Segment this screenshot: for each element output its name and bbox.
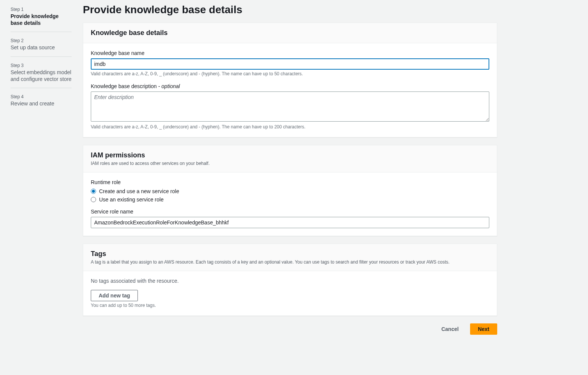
kb-desc-optional: - optional — [157, 83, 180, 89]
next-button[interactable]: Next — [470, 323, 497, 335]
tags-panel: Tags A tag is a label that you assign to… — [83, 244, 497, 316]
panel-title: Tags — [91, 250, 489, 258]
service-role-name-input[interactable] — [91, 217, 489, 228]
step-number: Step 2 — [11, 38, 72, 43]
step-1[interactable]: Step 1 Provide knowledge base details — [11, 4, 72, 32]
kb-name-input[interactable] — [91, 58, 489, 70]
panel-header: Knowledge base details — [83, 23, 497, 43]
wizard-sidebar: Step 1 Provide knowledge base details St… — [0, 4, 72, 335]
panel-body: Runtime role Create and use a new servic… — [83, 172, 497, 236]
radio-new-role-label: Create and use a new service role — [99, 188, 179, 194]
radio-selected-icon — [91, 189, 96, 194]
knowledge-base-details-panel: Knowledge base details Knowledge base na… — [83, 23, 497, 137]
main-content: Provide knowledge base details Knowledge… — [83, 4, 497, 335]
panel-subtitle: IAM roles are used to access other servi… — [91, 161, 489, 166]
panel-body: No tags associated with the resource. Ad… — [83, 271, 497, 316]
step-title: Set up data source — [11, 44, 72, 51]
kb-desc-label-text: Knowledge base description — [91, 83, 157, 89]
step-number: Step 1 — [11, 7, 72, 12]
radio-new-role[interactable]: Create and use a new service role — [91, 188, 489, 194]
radio-existing-role[interactable]: Use an existing service role — [91, 197, 489, 203]
panel-title: Knowledge base details — [91, 29, 489, 37]
service-role-name-field: Service role name — [91, 209, 489, 228]
kb-desc-field: Knowledge base description - optional Va… — [91, 83, 489, 130]
runtime-role-label: Runtime role — [91, 179, 489, 185]
kb-name-field: Knowledge base name Valid characters are… — [91, 50, 489, 76]
kb-name-hint: Valid characters are a-z, A-Z, 0-9, _ (u… — [91, 71, 489, 76]
step-title: Review and create — [11, 100, 72, 107]
step-title: Provide knowledge base details — [11, 13, 72, 26]
step-3[interactable]: Step 3 Select embeddings model and confi… — [11, 60, 72, 88]
add-new-tag-button[interactable]: Add new tag — [91, 290, 138, 301]
no-tags-message: No tags associated with the resource. — [91, 278, 489, 284]
radio-unselected-icon — [91, 197, 96, 202]
step-title: Select embeddings model and configure ve… — [11, 69, 72, 82]
page-title: Provide knowledge base details — [83, 4, 497, 16]
kb-desc-hint: Valid characters are a-z, A-Z, 0-9, _ (u… — [91, 124, 489, 130]
radio-existing-role-label: Use an existing service role — [99, 197, 163, 203]
footer-actions: Cancel Next — [83, 323, 497, 335]
service-role-name-label: Service role name — [91, 209, 489, 215]
panel-header: IAM permissions IAM roles are used to ac… — [83, 145, 497, 172]
step-number: Step 3 — [11, 63, 72, 68]
panel-title: IAM permissions — [91, 151, 489, 159]
step-number: Step 4 — [11, 94, 72, 99]
add-tag-hint: You can add up to 50 more tags. — [91, 303, 489, 308]
kb-name-label: Knowledge base name — [91, 50, 489, 56]
step-2[interactable]: Step 2 Set up data source — [11, 35, 72, 56]
panel-body: Knowledge base name Valid characters are… — [83, 43, 497, 137]
panel-header: Tags A tag is a label that you assign to… — [83, 244, 497, 271]
kb-desc-label: Knowledge base description - optional — [91, 83, 489, 89]
panel-subtitle: A tag is a label that you assign to an A… — [91, 259, 489, 265]
step-4[interactable]: Step 4 Review and create — [11, 91, 72, 112]
iam-permissions-panel: IAM permissions IAM roles are used to ac… — [83, 145, 497, 236]
kb-desc-input[interactable] — [91, 91, 489, 122]
cancel-button[interactable]: Cancel — [434, 324, 466, 334]
runtime-role-radio-group: Create and use a new service role Use an… — [91, 188, 489, 203]
